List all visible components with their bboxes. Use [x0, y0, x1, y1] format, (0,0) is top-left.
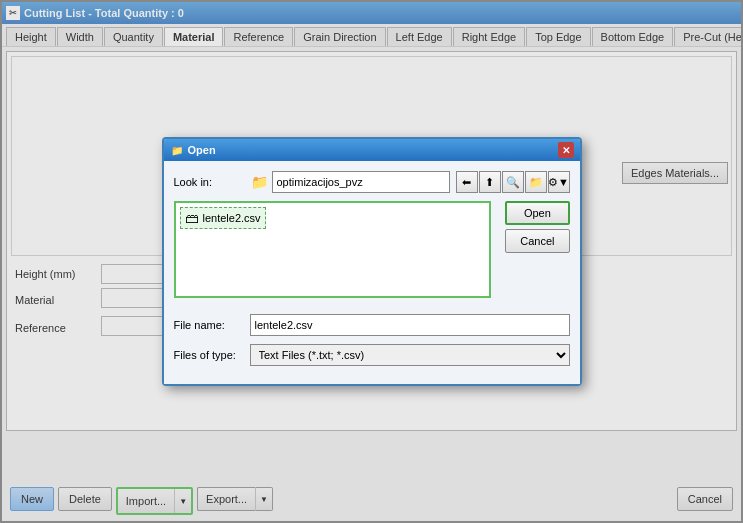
dialog-close-button[interactable]: ✕: [558, 142, 574, 158]
file-item-icon: 🗃: [185, 210, 199, 226]
file-list-scroll: 🗃 lentele2.csv: [180, 207, 486, 292]
folder-select-wrap: 📁 optimizacijos_pvz ⬅ ⬆ 🔍 📁 ⚙▼: [250, 171, 570, 193]
nav-up-btn[interactable]: ⬆: [479, 171, 501, 193]
folder-name-display[interactable]: optimizacijos_pvz: [272, 171, 450, 193]
folder-name-text: optimizacijos_pvz: [277, 176, 363, 188]
dialog-action-buttons: Open Cancel: [505, 201, 569, 306]
filetype-select[interactable]: Text Files (*.txt; *.csv): [250, 344, 570, 366]
nav-search-btn[interactable]: 🔍: [502, 171, 524, 193]
filename-input[interactable]: [250, 314, 570, 336]
filetype-label: Files of type:: [174, 349, 244, 361]
dialog-open-button[interactable]: Open: [505, 201, 569, 225]
dialog-title: Open: [188, 144, 216, 156]
filename-label: File name:: [174, 319, 244, 331]
file-list-area[interactable]: 🗃 lentele2.csv: [174, 201, 492, 298]
filetype-row: Files of type: Text Files (*.txt; *.csv): [174, 344, 570, 366]
nav-new-folder-btn[interactable]: 📁: [525, 171, 547, 193]
dialog-title-bar: 📁 Open ✕: [164, 139, 580, 161]
dialog-content: Look in: 📁 optimizacijos_pvz ⬅ ⬆ 🔍 📁 ⚙▼: [164, 161, 580, 384]
file-item[interactable]: 🗃 lentele2.csv: [180, 207, 266, 229]
dialog-title-icon: 📁: [170, 143, 184, 157]
nav-back-btn[interactable]: ⬅: [456, 171, 478, 193]
look-in-row: Look in: 📁 optimizacijos_pvz ⬅ ⬆ 🔍 📁 ⚙▼: [174, 171, 570, 193]
filename-row: File name:: [174, 314, 570, 336]
look-in-label: Look in:: [174, 176, 244, 188]
modal-backdrop: 📁 Open ✕ Look in: 📁 optimizacijos_pvz ⬅: [2, 2, 741, 521]
dialog-cancel-button[interactable]: Cancel: [505, 229, 569, 253]
nav-options-btn[interactable]: ⚙▼: [548, 171, 570, 193]
file-item-name: lentele2.csv: [203, 212, 261, 224]
main-window: ✂ Cutting List - Total Quantity : 0 Heig…: [0, 0, 743, 523]
open-dialog: 📁 Open ✕ Look in: 📁 optimizacijos_pvz ⬅: [162, 137, 582, 386]
folder-icon: 📁: [250, 172, 270, 192]
